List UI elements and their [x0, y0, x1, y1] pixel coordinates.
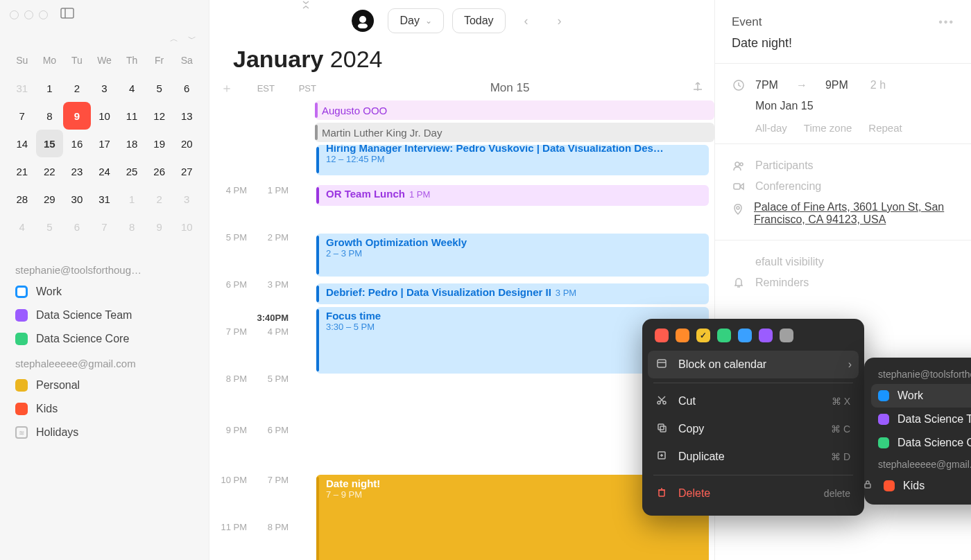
minical-day[interactable]: 22: [36, 157, 64, 185]
sidebar-toggle-icon[interactable]: [60, 8, 74, 21]
minical-day[interactable]: 5: [146, 74, 173, 102]
minical-day[interactable]: 4: [118, 74, 146, 102]
color-swatch[interactable]: [780, 329, 793, 342]
minical-day[interactable]: 4: [8, 213, 36, 240]
minical-day[interactable]: 12: [146, 102, 173, 130]
event-date-row[interactable]: Mon Jan 15: [715, 96, 971, 116]
minical-day[interactable]: 1: [36, 74, 64, 102]
minical-day[interactable]: 6: [63, 213, 91, 240]
minical-day[interactable]: 28: [8, 185, 36, 213]
menu-item-cut[interactable]: Cut⌘ X: [648, 387, 859, 415]
minical-day[interactable]: 20: [173, 130, 200, 157]
minical-day[interactable]: 10: [173, 213, 200, 240]
conferencing-row[interactable]: Conferencing: [715, 176, 971, 197]
timezone-adjust-icon[interactable]: [692, 81, 703, 95]
minical-day[interactable]: 29: [36, 185, 64, 213]
submenu-calendar-item[interactable]: Work: [871, 384, 971, 408]
allday-collapse-icon[interactable]: [301, 0, 311, 12]
menu-item-duplicate[interactable]: Duplicate⌘ D: [648, 443, 859, 471]
quick-option[interactable]: Time zone: [804, 122, 852, 134]
quick-option[interactable]: Repeat: [868, 122, 902, 134]
minical-day[interactable]: 31: [91, 185, 119, 213]
calendar-event[interactable]: Growth Optimization Weekly2 – 3 PM: [316, 234, 709, 277]
traffic-zoom[interactable]: [39, 10, 48, 19]
minical-day[interactable]: 9: [146, 213, 173, 240]
account-header[interactable]: stephaleeeee@gmail.com: [4, 351, 205, 374]
calendar-item[interactable]: Kids: [4, 397, 205, 421]
minical-day[interactable]: 3: [173, 185, 200, 213]
calendar-item[interactable]: Personal: [4, 374, 205, 397]
minical-day[interactable]: 24: [91, 157, 119, 185]
location-row[interactable]: Palace of Fine Arts, 3601 Lyon St, San F…: [715, 197, 971, 230]
minical-day[interactable]: 5: [36, 213, 64, 240]
quick-option[interactable]: All-day: [755, 122, 787, 134]
minical-day[interactable]: 9: [63, 102, 91, 130]
minical-day[interactable]: 2: [63, 74, 91, 102]
minical-day[interactable]: 3: [91, 74, 119, 102]
menu-item-block-on-calendar[interactable]: Block on calendar›: [648, 351, 859, 378]
calendar-event[interactable]: OR Team Lunch1 PM: [316, 185, 709, 206]
calendar-item[interactable]: Work: [4, 280, 205, 304]
calendar-item[interactable]: Data Science Team: [4, 304, 205, 327]
time-grid[interactable]: 4 PM1 PM5 PM2 PM6 PM3 PM3:40PM7 PM4 PM8 …: [209, 145, 714, 560]
submenu-calendar-item[interactable]: Data Science Team: [871, 408, 971, 431]
minical-day[interactable]: 7: [91, 213, 119, 240]
color-swatch[interactable]: [655, 329, 669, 342]
color-swatch[interactable]: [717, 329, 731, 342]
menu-item-copy[interactable]: Copy⌘ C: [648, 415, 859, 443]
menu-item-delete[interactable]: Deletedelete: [648, 480, 859, 507]
traffic-minimize[interactable]: [24, 10, 33, 19]
minical-day[interactable]: 17: [91, 130, 119, 157]
timezone-1[interactable]: EST: [233, 83, 275, 94]
color-swatch[interactable]: [738, 329, 752, 342]
minical-day[interactable]: 27: [173, 157, 200, 185]
avatar[interactable]: [352, 10, 374, 32]
account-header[interactable]: stephanie@toolsforthoug…: [4, 257, 205, 280]
minical-prev-icon[interactable]: ︿: [170, 33, 178, 45]
minical-day[interactable]: 31: [8, 74, 36, 102]
minical-day[interactable]: 23: [63, 157, 91, 185]
view-selector[interactable]: Day ⌄: [388, 8, 443, 33]
minical-day[interactable]: 13: [173, 102, 200, 130]
calendar-item[interactable]: ≋Holidays: [4, 421, 205, 444]
calendar-item[interactable]: Data Science Core: [4, 327, 205, 351]
submenu-calendar-item[interactable]: Data Science Core: [871, 431, 971, 455]
add-event-button[interactable]: ＋: [221, 80, 233, 96]
timezone-2[interactable]: PST: [275, 83, 316, 94]
submenu-calendar-item[interactable]: Kids: [871, 474, 971, 498]
participants-row[interactable]: Participants: [715, 155, 971, 176]
color-swatch[interactable]: [676, 329, 689, 342]
minical-day[interactable]: 21: [8, 157, 36, 185]
minical-day[interactable]: 30: [63, 185, 91, 213]
traffic-close[interactable]: [10, 10, 19, 19]
minical-day[interactable]: 26: [146, 157, 173, 185]
prev-day-button[interactable]: ‹: [514, 8, 539, 33]
visibility-row[interactable]: efault visibility: [715, 252, 971, 272]
minical-day[interactable]: 11: [118, 102, 146, 130]
allday-event[interactable]: Augusto OOO: [315, 100, 714, 120]
minical-day[interactable]: 25: [118, 157, 146, 185]
reminders-row[interactable]: Reminders: [715, 272, 971, 293]
minical-day[interactable]: 19: [146, 130, 173, 157]
minical-day[interactable]: 8: [118, 213, 146, 240]
minical-day[interactable]: 10: [91, 102, 119, 130]
calendar-event[interactable]: Debrief: Pedro | Data Visualization Desi…: [316, 283, 709, 304]
calendar-event[interactable]: Hiring Manager Interview: Pedro Vuskovic…: [316, 145, 709, 175]
today-button[interactable]: Today: [452, 8, 506, 33]
minical-day[interactable]: 6: [173, 74, 200, 102]
event-time-row[interactable]: 7PM → 9PM 2 h: [715, 75, 971, 96]
details-more-icon[interactable]: •••: [938, 16, 954, 28]
minical-day[interactable]: 1: [118, 185, 146, 213]
next-day-button[interactable]: ›: [547, 8, 572, 33]
minical-day[interactable]: 16: [63, 130, 91, 157]
allday-event[interactable]: Martin Luther King Jr. Day: [315, 123, 714, 142]
minical-day[interactable]: 15: [36, 130, 64, 157]
event-title[interactable]: Date night!: [715, 36, 971, 63]
minical-day[interactable]: 14: [8, 130, 36, 157]
minical-day[interactable]: 2: [146, 185, 173, 213]
minical-day[interactable]: 18: [118, 130, 146, 157]
color-swatch[interactable]: [696, 329, 710, 342]
minical-next-icon[interactable]: ﹀: [188, 33, 196, 45]
minical-day[interactable]: 7: [8, 102, 36, 130]
minical-day[interactable]: 8: [36, 102, 64, 130]
